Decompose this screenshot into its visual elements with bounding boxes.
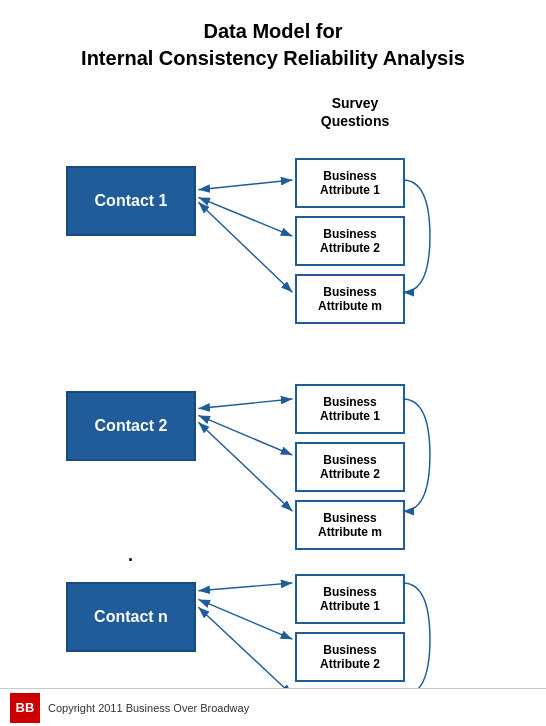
footer-logo: BB [10, 693, 40, 723]
attr-1-1: BusinessAttribute 1 [295, 158, 405, 208]
svg-line-6 [198, 415, 292, 455]
footer-copyright: Copyright 2011 Business Over Broadway [48, 702, 249, 714]
svg-line-4 [198, 202, 292, 292]
contact-n-box: Contact n [66, 582, 196, 652]
contact-1-box: Contact 1 [66, 166, 196, 236]
diagram-area: SurveyQuestions Contact 1 BusinessAttrib… [0, 86, 546, 706]
svg-line-2 [198, 180, 292, 190]
attr-2-m: BusinessAttribute m [295, 500, 405, 550]
attr-2-1: BusinessAttribute 1 [295, 384, 405, 434]
svg-line-9 [198, 599, 292, 639]
attr-n-1: BusinessAttribute 1 [295, 574, 405, 624]
svg-line-5 [198, 399, 292, 409]
attr-2-2: BusinessAttribute 2 [295, 442, 405, 492]
attr-1-m: BusinessAttribute m [295, 274, 405, 324]
page-title: Data Model for Internal Consistency Reli… [0, 0, 546, 82]
svg-line-10 [198, 607, 292, 695]
svg-line-7 [198, 422, 292, 511]
footer: BB Copyright 2011 Business Over Broadway [0, 688, 546, 726]
svg-line-3 [198, 197, 292, 236]
contact-2-box: Contact 2 [66, 391, 196, 461]
attr-1-2: BusinessAttribute 2 [295, 216, 405, 266]
svg-line-8 [198, 583, 292, 591]
attr-n-2: BusinessAttribute 2 [295, 632, 405, 682]
survey-label: SurveyQuestions [300, 94, 410, 130]
